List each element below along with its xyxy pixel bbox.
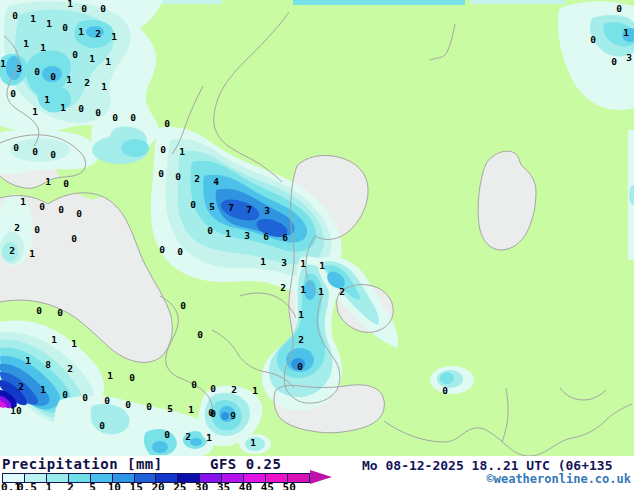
precip-value-label: 1 (319, 260, 325, 271)
scale-tick-label: 1 (45, 481, 52, 490)
precip-value-label: 0 (78, 103, 84, 114)
precip-value-label: 0 (39, 201, 45, 212)
precip-value-label: 1 (40, 384, 46, 395)
precip-value-label: 0 (164, 429, 170, 440)
precip-value-label: 1 (260, 256, 266, 267)
precip-value-label: 2 (14, 222, 20, 233)
precip-value-label: 1 (252, 385, 258, 396)
precip-value-label: 2 (95, 28, 101, 39)
scale-tick-labels: 0.10.5125101520253035404550 (0, 481, 340, 490)
precip-value-label: 7 (246, 204, 252, 215)
precip-value-label: 1 (46, 18, 52, 29)
precip-value-label: 1 (206, 432, 212, 443)
precip-value-label: 1 (107, 370, 113, 381)
precip-value-label: 1 (25, 355, 31, 366)
precip-value-label: 10 (10, 405, 22, 416)
precip-value-label: 5 (167, 403, 173, 414)
precip-value-label: 0 (158, 168, 164, 179)
precip-value-label: 0 (442, 385, 448, 396)
precip-value-label: 1 (44, 94, 50, 105)
precip-value-label: 0 (191, 379, 197, 390)
precip-value-label: 0 (175, 171, 181, 182)
precip-value-label: 0 (10, 88, 16, 99)
precip-value-label: 1 (67, 0, 73, 9)
scale-tick-label: 50 (283, 481, 296, 490)
precip-value-label: 0 (76, 208, 82, 219)
precip-value-label: 1 (188, 404, 194, 415)
scale-tick-label: 30 (195, 481, 208, 490)
precip-value-label: 0 (125, 399, 131, 410)
precip-value-label: 2 (185, 431, 191, 442)
precip-value-label: 0 (129, 372, 135, 383)
precip-value-label: 1 (20, 196, 26, 207)
precip-value-label: 0 (34, 66, 40, 77)
precip-value-label: 3 (264, 205, 270, 216)
precip-value-label: 3 (281, 257, 287, 268)
scale-tick-label: 35 (217, 481, 230, 490)
precip-value-label: 0 (104, 395, 110, 406)
precip-value-label: 0 (63, 178, 69, 189)
scale-tick-label: 45 (261, 481, 274, 490)
precip-value-label: 0 (50, 149, 56, 160)
precip-value-label: 8 (45, 359, 51, 370)
precip-value-label: 0 (50, 71, 56, 82)
precip-value-label: 1 (32, 106, 38, 117)
precip-value-label: 0 (297, 361, 303, 372)
precip-value-label: 2 (298, 334, 304, 345)
precip-value-label: 0 (62, 389, 68, 400)
precipitation-map: 1000011012110110113013001210111000000000… (0, 0, 634, 456)
precip-value-label: 1 (29, 248, 35, 259)
precip-value-label: 0 (160, 144, 166, 155)
precip-value-label: 0 (611, 56, 617, 67)
precip-value-label: 1 (60, 102, 66, 113)
precip-value-label: 1 (78, 26, 84, 37)
precip-value-label: 1 (111, 31, 117, 42)
precip-value-label: 1 (300, 258, 306, 269)
precip-value-label: 1 (66, 74, 72, 85)
legend-title: Precipitation [mm] (2, 456, 163, 472)
precip-value-label: 0 (207, 225, 213, 236)
scale-tick-label: 20 (151, 481, 164, 490)
precip-value-label: 1 (71, 338, 77, 349)
copyright-link[interactable]: ©weatheronline.co.uk (487, 472, 632, 486)
precip-value-label: 6 (263, 231, 269, 242)
precip-value-label: 2 (9, 245, 15, 256)
precip-value-label: 1 (45, 176, 51, 187)
precip-value-label: 0 (177, 246, 183, 257)
precip-value-label: 2 (67, 363, 73, 374)
scale-tick-label: 40 (239, 481, 252, 490)
precip-value-label: 3 (626, 52, 632, 63)
weather-forecast-screenshot: 1000011012110110113013001210111000000000… (0, 0, 634, 490)
precip-value-label: 0 (590, 34, 596, 45)
precip-value-label: 1 (179, 146, 185, 157)
scale-tick-label: 10 (108, 481, 121, 490)
precip-value-label: 1 (51, 334, 57, 345)
precip-value-label: 2 (84, 77, 90, 88)
precip-value-label: 0 (57, 307, 63, 318)
precip-value-label: 0 (71, 233, 77, 244)
precip-value-label: 0 (616, 3, 622, 14)
precip-value-label: 0 (81, 3, 87, 14)
precip-value-label: 0 (62, 22, 68, 33)
precip-value-label: 0 (34, 224, 40, 235)
precip-value-label: 9 (230, 410, 236, 421)
precip-value-label: 2 (280, 282, 286, 293)
precip-value-label: 0 (146, 401, 152, 412)
precip-value-label: 0 (210, 408, 216, 419)
precip-value-label: 1 (250, 437, 256, 448)
scale-tick-label: 15 (130, 481, 143, 490)
precip-value-label: 2 (339, 286, 345, 297)
precip-value-label: 1 (623, 27, 629, 38)
precip-value-label: 6 (282, 232, 288, 243)
precip-value-label: 2 (18, 381, 24, 392)
precip-value-label: 0 (13, 142, 19, 153)
precip-value-label: 2 (231, 384, 237, 395)
precip-value-label: 1 (101, 81, 107, 92)
precip-value-label: 1 (89, 53, 95, 64)
precip-value-label: 1 (225, 228, 231, 239)
precip-value-label: 1 (298, 309, 304, 320)
scale-tick-label: 5 (89, 481, 96, 490)
precip-value-label: 0 (95, 107, 101, 118)
precip-value-label: 3 (16, 63, 22, 74)
forecast-timestamp: Mo 08-12-2025 18..21 UTC (06+135 (362, 458, 612, 473)
